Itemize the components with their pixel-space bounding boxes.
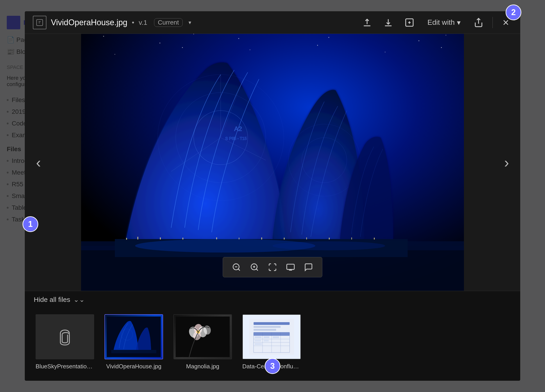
share-button[interactable] xyxy=(471,15,486,30)
svg-point-40 xyxy=(182,47,183,48)
annotation-circle-2: 2 xyxy=(506,5,521,20)
prev-arrow-button[interactable]: ‹ xyxy=(31,149,45,175)
opera-house-svg: A2 S P85 - T15 xyxy=(81,34,464,291)
fit-screen-button[interactable] xyxy=(264,260,281,274)
svg-text:A2: A2 xyxy=(234,125,242,132)
svg-rect-25 xyxy=(306,237,307,239)
edit-with-label: Edit with xyxy=(427,18,455,27)
svg-rect-0 xyxy=(37,19,43,25)
svg-rect-17 xyxy=(126,238,127,240)
svg-rect-23 xyxy=(261,237,262,239)
svg-point-29 xyxy=(103,36,104,37)
hide-files-label: Hide all files xyxy=(34,296,70,304)
prev-arrow-icon: ‹ xyxy=(36,154,41,171)
svg-rect-73 xyxy=(255,336,261,338)
upload-button[interactable] xyxy=(360,15,374,30)
svg-point-33 xyxy=(238,38,239,39)
svg-rect-77 xyxy=(264,340,269,342)
svg-point-41 xyxy=(250,49,250,50)
svg-rect-72 xyxy=(254,332,290,336)
svg-rect-20 xyxy=(182,238,183,239)
file-thumb-vivid[interactable]: VividOperaHouse.jpg xyxy=(103,312,165,372)
svg-rect-78 xyxy=(255,343,262,345)
zoom-in-button[interactable] xyxy=(246,260,263,274)
edit-with-button[interactable]: Edit with ▾ xyxy=(423,16,464,29)
main-image: A2 S P85 - T15 xyxy=(81,34,464,291)
svg-point-39 xyxy=(115,54,115,55)
svg-rect-62 xyxy=(254,326,281,328)
header-separator xyxy=(493,17,493,28)
svg-text:S P85 - T15: S P85 - T15 xyxy=(225,136,247,141)
file-type-icon xyxy=(33,16,46,29)
modal-header-right: Edit with ▾ × xyxy=(360,15,512,30)
svg-rect-49 xyxy=(287,264,294,269)
svg-rect-75 xyxy=(273,336,279,338)
modal-filename: VividOperaHouse.jpg xyxy=(51,18,127,27)
annotate-header-button[interactable] xyxy=(402,15,417,30)
svg-rect-24 xyxy=(284,238,285,239)
modal-version-label: • xyxy=(132,19,135,26)
version-chevron-icon[interactable]: ▾ xyxy=(188,19,191,26)
svg-point-38 xyxy=(446,35,446,35)
svg-rect-52 xyxy=(111,350,156,353)
modal-header: VividOperaHouse.jpg • v.1 Current ▾ xyxy=(25,11,520,34)
svg-rect-61 xyxy=(254,322,290,325)
file-thumb-label-vivid: VividOperaHouse.jpg xyxy=(106,363,161,370)
svg-rect-76 xyxy=(255,340,261,342)
svg-point-44 xyxy=(441,47,442,48)
modal-header-left: VividOperaHouse.jpg • v.1 Current ▾ xyxy=(33,16,191,29)
file-thumb-magnolia[interactable]: Magnolia.jpg xyxy=(172,312,234,372)
svg-rect-74 xyxy=(264,336,269,338)
svg-point-35 xyxy=(328,37,329,38)
svg-point-43 xyxy=(385,52,385,52)
hide-files-button[interactable]: Hide all files ⌄⌄ xyxy=(25,291,520,308)
annotation-circle-1: 1 xyxy=(23,216,38,232)
file-thumb-img-magnolia xyxy=(173,314,232,359)
svg-rect-27 xyxy=(351,237,352,239)
svg-rect-19 xyxy=(160,237,161,239)
next-arrow-icon: › xyxy=(504,154,509,171)
file-thumb-img-bluesky xyxy=(36,314,94,359)
svg-rect-26 xyxy=(329,238,330,239)
svg-point-42 xyxy=(317,45,318,46)
svg-rect-28 xyxy=(374,238,375,239)
svg-rect-18 xyxy=(137,237,138,239)
edit-with-chevron-icon: ▾ xyxy=(457,18,461,27)
svg-point-46 xyxy=(272,241,385,250)
download-button[interactable] xyxy=(381,15,396,30)
image-viewer-modal: VividOperaHouse.jpg • v.1 Current ▾ xyxy=(25,11,520,381)
modal-body: ‹ xyxy=(25,34,520,291)
zoom-out-button[interactable] xyxy=(228,260,245,274)
hide-files-chevron-icon: ⌄⌄ xyxy=(74,296,85,304)
file-thumb-label-magnolia: Magnolia.jpg xyxy=(186,363,219,370)
modal-version-badge: Current xyxy=(154,18,183,27)
svg-point-31 xyxy=(160,43,160,44)
next-arrow-button[interactable]: › xyxy=(500,149,514,175)
file-thumb-img-vivid xyxy=(105,314,163,359)
svg-point-37 xyxy=(418,40,419,41)
annotate-toolbar-button[interactable] xyxy=(300,260,317,274)
svg-rect-63 xyxy=(254,329,276,331)
file-thumb-img-datacenter xyxy=(242,314,301,359)
file-thumb-label-bluesky: BlueSkyPresentation0DT... xyxy=(36,363,94,370)
present-button[interactable] xyxy=(282,260,299,274)
file-thumb-bluesky[interactable]: BlueSkyPresentation0DT... xyxy=(34,312,96,372)
annotation-circle-3: 3 xyxy=(265,358,280,374)
image-toolbar xyxy=(223,257,322,277)
modal-version: v.1 xyxy=(139,19,147,26)
